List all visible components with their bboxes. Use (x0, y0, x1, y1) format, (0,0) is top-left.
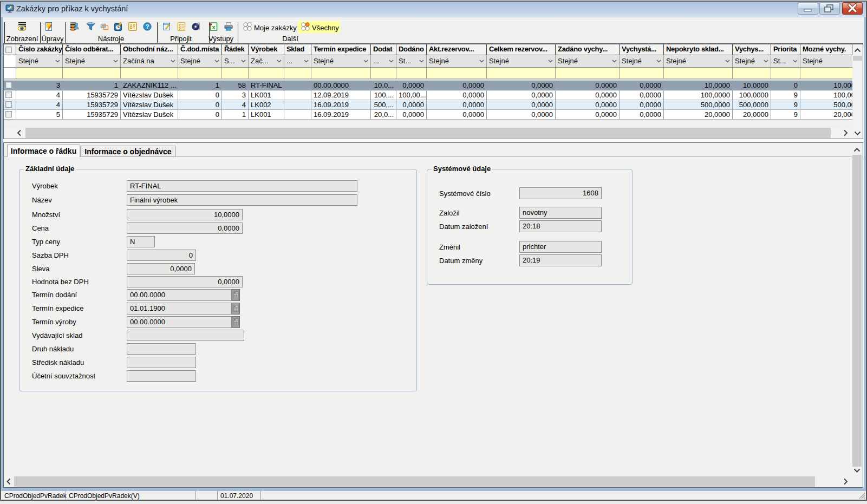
svg-text:?: ? (145, 23, 149, 30)
svg-text:x: x (212, 24, 216, 30)
